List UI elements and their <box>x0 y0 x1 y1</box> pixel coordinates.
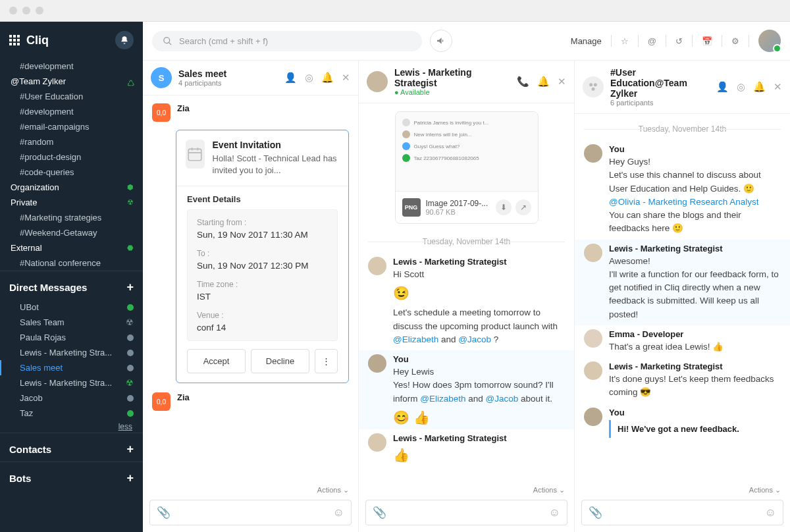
search-input[interactable]: Search (cmd + shift + f) <box>152 31 422 51</box>
sidebar-channel[interactable]: #User Education <box>0 89 143 104</box>
sidebar-external[interactable]: External⬣ <box>0 240 143 255</box>
actions-link[interactable]: Actions ⌄ <box>575 485 790 497</box>
panel-subtitle: 4 participants <box>178 79 226 87</box>
download-icon[interactable]: ⬇ <box>496 200 512 215</box>
sidebar-contacts-header[interactable]: Contacts+ <box>0 433 143 462</box>
add-user-icon[interactable]: 👤 <box>716 81 729 93</box>
sender-name: You <box>609 144 781 154</box>
sidebar-org[interactable]: Organization⬢ <box>0 180 143 195</box>
manage-link[interactable]: Manage <box>571 36 602 46</box>
attach-icon[interactable]: 📎 <box>373 506 386 519</box>
composer[interactable]: 📎 ☺ <box>365 500 567 525</box>
avatar-me[interactable] <box>758 30 781 52</box>
emoji-icon[interactable]: ☺ <box>333 506 344 519</box>
bell-icon[interactable]: 🔔 <box>753 81 766 93</box>
mention[interactable]: @Jacob <box>458 334 491 344</box>
message-text: Let's schedule a meeting tomorrow to dis… <box>393 306 565 346</box>
actions-link[interactable]: Actions ⌄ <box>359 485 574 497</box>
detail-label: To : <box>197 249 328 258</box>
sidebar-dm-selected[interactable]: Sales meet <box>0 360 143 375</box>
sidebar-dm[interactable]: Lewis - Marketing Stra... <box>0 345 143 360</box>
composer[interactable]: 📎 ☺ <box>581 500 783 525</box>
traffic-light-close[interactable] <box>9 7 17 14</box>
zia-avatar: 0,0 <box>152 103 171 122</box>
window-chrome <box>0 0 790 22</box>
zia-avatar: 0,0 <box>152 392 171 411</box>
mention[interactable]: @Olivia - Marketing Research Analyst <box>609 197 759 207</box>
sidebar-dm[interactable]: Lewis - Marketing Stra...☢ <box>0 375 143 390</box>
add-user-icon[interactable]: 👤 <box>284 72 297 84</box>
accept-button[interactable]: Accept <box>187 349 246 373</box>
broadcast-icon[interactable]: ◎ <box>305 72 313 84</box>
plus-icon[interactable]: + <box>126 471 134 485</box>
decline-button[interactable]: Decline <box>251 349 309 373</box>
mentions-icon[interactable]: @ <box>648 36 656 46</box>
close-icon[interactable]: ✕ <box>342 72 350 84</box>
sidebar-bots-header[interactable]: Bots+ <box>0 462 143 491</box>
sidebar-dm[interactable]: Jacob <box>0 390 143 406</box>
sidebar-channel[interactable]: #development <box>0 104 143 119</box>
star-icon[interactable]: ☆ <box>621 36 629 46</box>
panel-subtitle: 6 participants <box>610 99 710 107</box>
sidebar-channel[interactable]: #code-queries <box>0 165 143 180</box>
message-text: You can share the blogs and their feedba… <box>609 209 781 236</box>
more-button[interactable]: ⋮ <box>315 349 338 373</box>
svg-point-7 <box>594 83 597 86</box>
sidebar-dm[interactable]: UBot <box>0 300 143 315</box>
sidebar-channel[interactable]: #email-campaigns <box>0 119 143 134</box>
file-name: Image 2017-09-... <box>426 199 490 208</box>
sidebar-dm[interactable]: Taz <box>0 406 143 421</box>
gear-icon[interactable]: ⚙ <box>731 36 739 46</box>
emoji-icon[interactable]: ☺ <box>765 506 776 519</box>
phone-icon[interactable]: 📞 <box>517 76 529 88</box>
bell-icon[interactable]: 🔔 <box>537 76 550 88</box>
file-type-icon: PNG <box>402 198 421 217</box>
sidebar-channel[interactable]: #random <box>0 134 143 149</box>
app-name: Cliq <box>26 34 49 47</box>
message-input[interactable] <box>392 508 544 518</box>
message-input[interactable] <box>608 508 760 518</box>
share-icon[interactable]: ↗ <box>515 200 531 215</box>
composer[interactable]: 📎 ☺ <box>149 500 352 525</box>
close-icon[interactable]: ✕ <box>774 81 782 93</box>
plus-icon[interactable]: + <box>126 280 134 294</box>
sidebar-dm[interactable]: Paula Rojas <box>0 330 143 345</box>
sidebar-dm-header[interactable]: Direct Messages+ <box>0 271 143 300</box>
emoji-reaction: 😊 👍 <box>393 410 565 425</box>
sidebar-private[interactable]: Private☢ <box>0 195 143 210</box>
traffic-light-max[interactable] <box>36 7 43 14</box>
brand[interactable]: Cliq <box>9 34 49 47</box>
broadcast-icon[interactable]: ◎ <box>737 81 745 93</box>
show-less-link[interactable]: less <box>0 421 143 433</box>
traffic-light-min[interactable] <box>22 7 30 14</box>
plus-icon[interactable]: + <box>126 442 134 456</box>
bell-icon[interactable]: 🔔 <box>321 72 334 84</box>
message-input[interactable] <box>176 508 328 518</box>
sidebar-channel[interactable]: #Marketing strategies <box>0 210 143 225</box>
sidebar-channel[interactable]: #National conference <box>0 255 143 271</box>
sidebar-channel[interactable]: #development <box>0 59 143 74</box>
calendar-icon[interactable]: 📅 <box>702 36 712 46</box>
mention[interactable]: @Elizabeth <box>420 394 465 404</box>
attach-icon[interactable]: 📎 <box>157 506 171 519</box>
attach-icon[interactable]: 📎 <box>589 506 602 519</box>
notifications-button[interactable] <box>115 31 134 49</box>
sidebar-dm[interactable]: Sales Team☢ <box>0 315 143 330</box>
actions-link[interactable]: Actions ⌄ <box>143 485 358 497</box>
history-icon[interactable]: ↺ <box>675 36 683 46</box>
message-text: I'll write a function for our feedback f… <box>609 268 781 321</box>
mention[interactable]: @Elizabeth <box>393 334 438 344</box>
close-icon[interactable]: ✕ <box>558 76 566 88</box>
sender-name: Lewis - Marketing Strategist <box>393 433 565 443</box>
announce-button[interactable] <box>430 30 452 52</box>
sidebar-team[interactable]: @Team Zylker♺ <box>0 74 143 89</box>
apps-grid-icon <box>9 35 20 45</box>
sidebar-channel[interactable]: #product-design <box>0 149 143 165</box>
message-text: That's a great idea Lewis! 👍 <box>609 340 781 354</box>
mention[interactable]: @Jacob <box>486 394 519 404</box>
emoji-icon[interactable]: ☺ <box>549 506 560 519</box>
file-attachment[interactable]: Patricia James is inviting you t... New … <box>395 111 539 224</box>
bell-icon <box>120 36 129 45</box>
sender-name: Lewis - Marketing Strategist <box>609 361 781 371</box>
sidebar-channel[interactable]: #Weekend-Getaway <box>0 225 143 240</box>
